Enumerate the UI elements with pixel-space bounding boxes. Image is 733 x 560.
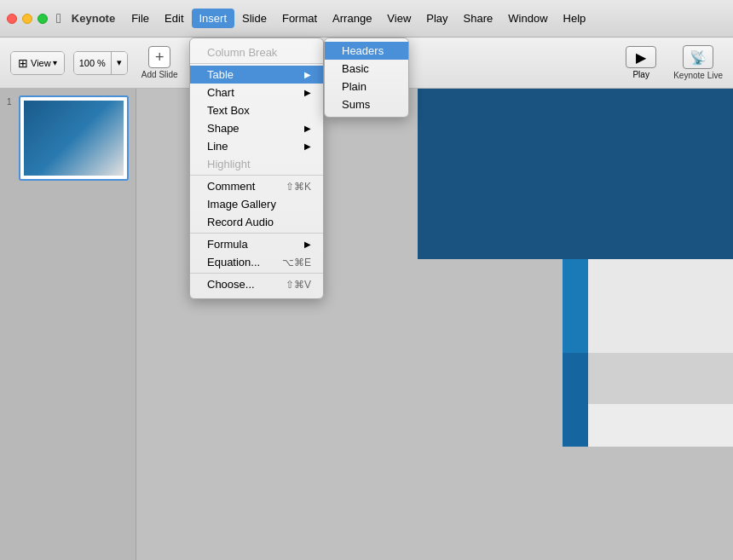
slide-list: 1: [19, 95, 129, 181]
slide-thumb-content: [24, 101, 124, 176]
menu-item-equation[interactable]: Equation... ⌥⌘E: [190, 253, 323, 271]
menu-item-formula[interactable]: Formula: [190, 235, 323, 253]
slide-number: 1: [7, 97, 12, 107]
menu-item-record-audio[interactable]: Record Audio: [190, 213, 323, 231]
menu-file[interactable]: File: [124, 9, 157, 28]
submenu-item-headers[interactable]: Headers: [325, 42, 408, 60]
add-slide-button[interactable]: + Add Slide: [141, 46, 178, 79]
menu-item-highlight[interactable]: Highlight: [190, 155, 323, 173]
traffic-lights: [7, 14, 48, 24]
menu-section-5: Choose... ⇧⌘V: [190, 273, 323, 295]
menu-share[interactable]: Share: [456, 9, 501, 28]
slide-panel: 1: [0, 89, 136, 560]
menu-item-choose[interactable]: Choose... ⇧⌘V: [190, 275, 323, 293]
submenu-item-plain[interactable]: Plain: [325, 78, 408, 95]
menu-insert[interactable]: Insert: [192, 9, 235, 28]
view-button[interactable]: ⊞ View ▾: [10, 51, 65, 75]
menu-slide[interactable]: Slide: [234, 9, 274, 28]
slide-accent-2: [588, 353, 733, 404]
menu-view[interactable]: View: [379, 9, 418, 28]
menu-window[interactable]: Window: [500, 9, 555, 28]
keynote-live-button[interactable]: 📡 Keynote Live: [673, 45, 723, 80]
maximize-button[interactable]: [38, 14, 48, 24]
slide-block-dark: [418, 89, 733, 259]
menu-section-3: Comment ⇧⌘K Image Gallery Record Audio: [190, 175, 323, 233]
insert-dropdown-menu: Column Break Table Chart Text Box Shape …: [189, 38, 324, 299]
menu-item-column-break[interactable]: Column Break: [190, 43, 323, 61]
play-button[interactable]: ▶ Play: [626, 46, 656, 79]
menu-item-image-gallery[interactable]: Image Gallery: [190, 195, 323, 213]
menu-section-2: Table Chart Text Box Shape Line Highligh…: [190, 63, 323, 175]
menu-item-text-box[interactable]: Text Box: [190, 101, 323, 119]
menu-item-shape[interactable]: Shape: [190, 119, 323, 137]
menu-section-4: Formula Equation... ⌥⌘E: [190, 233, 323, 273]
close-button[interactable]: [7, 14, 17, 24]
apple-logo-icon: : [56, 11, 61, 26]
menu-item-chart[interactable]: Chart: [190, 84, 323, 101]
view-button-label[interactable]: ⊞ View ▾: [11, 52, 64, 74]
zoom-arrow[interactable]: ▾: [111, 52, 127, 74]
menu-arrange[interactable]: Arrange: [325, 9, 379, 28]
minimize-button[interactable]: [22, 14, 32, 24]
comment-shortcut: ⇧⌘K: [286, 181, 311, 193]
app-name: Keynote: [72, 12, 115, 25]
menu-item-comment[interactable]: Comment ⇧⌘K: [190, 177, 323, 195]
menu-item-table[interactable]: Table: [190, 66, 323, 84]
table-submenu: Headers Basic Plain Sums: [324, 38, 409, 118]
add-slide-icon: +: [148, 46, 170, 68]
menubar:  Keynote File Edit Insert Slide Format …: [0, 0, 733, 38]
submenu-item-sums[interactable]: Sums: [325, 95, 408, 113]
choose-shortcut: ⇧⌘V: [286, 279, 311, 291]
menu-section-1: Column Break: [190, 42, 323, 63]
menu-edit[interactable]: Edit: [157, 9, 191, 28]
main-area: 1: [0, 89, 733, 560]
menu-format[interactable]: Format: [274, 9, 325, 28]
menu-help[interactable]: Help: [556, 9, 594, 28]
keynote-live-icon: 📡: [683, 45, 713, 69]
slide-thumbnail[interactable]: [19, 95, 129, 181]
menu-item-line[interactable]: Line: [190, 137, 323, 155]
zoom-button[interactable]: 100 % ▾: [73, 51, 128, 75]
slide-accent-3: [588, 404, 733, 447]
menu-play[interactable]: Play: [418, 9, 455, 28]
equation-shortcut: ⌥⌘E: [282, 257, 311, 268]
submenu-item-basic[interactable]: Basic: [325, 60, 408, 78]
zoom-label[interactable]: 100 %: [74, 52, 111, 74]
